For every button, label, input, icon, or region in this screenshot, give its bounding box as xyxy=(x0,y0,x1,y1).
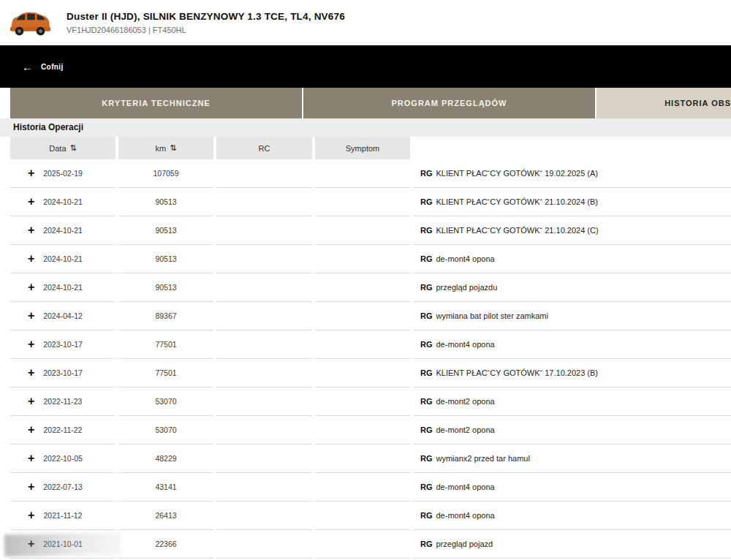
table-row: + 2021-10-01 22366 RG przegląd pojazd xyxy=(10,530,731,559)
row-description: RG de-mont2 opona xyxy=(413,416,731,444)
column-header-km[interactable]: km ⇅ xyxy=(118,137,213,159)
table-row: + 2022-07-13 43141 RG de-mont4 opona xyxy=(10,473,731,502)
car-photo-icon xyxy=(7,7,53,38)
row-symptom xyxy=(315,159,410,188)
row-rc xyxy=(216,473,312,502)
sort-icon[interactable]: ⇅ xyxy=(70,144,77,152)
row-date: 2022-07-13 xyxy=(43,483,83,491)
row-rc xyxy=(216,216,312,245)
row-tag: RG xyxy=(420,169,433,178)
expand-row-button[interactable]: + xyxy=(28,509,34,522)
row-description: RG wymiana bat pilot ster zamkami xyxy=(413,302,731,330)
date-cell: + 2021-11-12 xyxy=(10,502,115,530)
row-tag: RG xyxy=(420,197,433,206)
table-row: + 2024-10-21 90513 RG KLIENT PŁAC˘CY GOT… xyxy=(10,216,731,245)
row-desc-text: de-mont4 opona xyxy=(436,254,495,263)
row-date: 2021-11-12 xyxy=(44,511,83,520)
row-rc xyxy=(216,416,312,444)
row-desc-text: de-mont4 opona xyxy=(436,483,495,491)
table-row: + 2022-10-05 48229 RG wymianx2 przed tar… xyxy=(10,444,731,473)
history-table: Data ⇅ km ⇅ RC Symptom + 2025-02-19 1070… xyxy=(10,137,731,559)
row-description: RG KLIENT PŁAC˘CY GOTÓWK˘ 21.10.2024 (B) xyxy=(413,188,731,216)
row-description: RG de-mont4 opona xyxy=(413,330,731,359)
row-description: RG wymianx2 przed tar hamul xyxy=(413,444,731,473)
row-date: 2022-10-05 xyxy=(43,454,83,463)
date-cell: + 2022-11-22 xyxy=(10,416,115,444)
row-km: 90513 xyxy=(118,245,213,273)
row-description: RG de-mont4 opona xyxy=(413,473,731,502)
row-symptom xyxy=(315,416,410,444)
date-cell: + 2021-10-01 xyxy=(10,530,115,559)
row-symptom xyxy=(315,302,410,330)
date-cell: + 2022-07-13 xyxy=(10,473,115,502)
row-symptom xyxy=(315,359,410,387)
row-km: 43141 xyxy=(118,473,213,502)
table-row: + 2025-02-19 107059 RG KLIENT PŁAC˘CY GO… xyxy=(10,159,731,188)
row-rc xyxy=(216,530,312,559)
expand-row-button[interactable]: + xyxy=(28,537,34,550)
row-desc-text: KLIENT PŁAC˘CY GOTÓWK˘ 19.02.2025 (A) xyxy=(436,169,599,178)
expand-row-button[interactable]: + xyxy=(28,195,34,208)
column-header-rc: RC xyxy=(216,137,312,159)
date-cell: + 2025-02-19 xyxy=(10,159,115,188)
expand-row-button[interactable]: + xyxy=(28,480,34,493)
tab-program-przegladow[interactable]: PROGRAM PRZEGLĄDÓW xyxy=(303,88,595,118)
expand-row-button[interactable]: + xyxy=(28,281,34,294)
row-description: RG de-mont2 opona xyxy=(413,387,731,416)
row-km: 107059 xyxy=(118,159,213,188)
date-cell: + 2024-10-21 xyxy=(10,188,115,216)
row-tag: RG xyxy=(420,425,433,434)
expand-row-button[interactable]: + xyxy=(28,224,34,237)
row-date: 2024-10-21 xyxy=(43,226,83,235)
row-desc-text: KLIENT PŁAC˘CY GOTÓWK˘ 17.10.2023 (B) xyxy=(436,368,599,377)
row-km: 90513 xyxy=(118,188,213,216)
date-cell: + 2024-04-12 xyxy=(10,302,115,330)
table-header-row: Data ⇅ km ⇅ RC Symptom xyxy=(10,137,731,159)
row-desc-text: de-mont2 opona xyxy=(436,397,495,406)
row-date: 2024-04-12 xyxy=(43,311,83,320)
tab-kryteria-techniczne[interactable]: KRYTERIA TECHNICZNE xyxy=(10,88,302,118)
expand-row-button[interactable]: + xyxy=(28,423,34,436)
row-description: RG de-mont4 opona xyxy=(413,502,731,530)
row-km: 53070 xyxy=(118,387,213,416)
row-date: 2024-10-21 xyxy=(43,283,83,292)
row-km: 53070 xyxy=(118,416,213,444)
table-row: + 2024-10-21 90513 RG przegląd pojazdu xyxy=(10,273,731,302)
row-km: 48229 xyxy=(118,444,213,473)
expand-row-button[interactable]: + xyxy=(28,309,34,322)
tab-historia-obslugi[interactable]: HISTORIA OBS xyxy=(596,88,731,118)
row-tag: RG xyxy=(420,368,433,377)
row-tag: RG xyxy=(420,340,433,349)
row-symptom xyxy=(315,387,410,416)
date-cell: + 2023-10-17 xyxy=(10,330,115,359)
row-rc xyxy=(216,159,312,188)
row-desc-text: KLIENT PŁAC˘CY GOTÓWK˘ 21.10.2024 (C) xyxy=(436,226,599,235)
back-button[interactable]: ← Cofnij xyxy=(22,61,64,72)
row-rc xyxy=(216,273,312,302)
row-km: 89367 xyxy=(118,302,213,330)
table-row: + 2023-10-17 77501 RG KLIENT PŁAC˘CY GOT… xyxy=(10,359,731,387)
expand-row-button[interactable]: + xyxy=(28,452,34,465)
expand-row-button[interactable]: + xyxy=(28,395,34,408)
table-row: + 2021-11-12 26413 RG de-mont4 opona xyxy=(10,502,731,530)
row-km: 77501 xyxy=(118,359,213,387)
row-rc xyxy=(216,188,312,216)
expand-row-button[interactable]: + xyxy=(28,252,34,265)
row-desc-text: de-mont4 opona xyxy=(436,511,495,520)
date-cell: + 2023-10-17 xyxy=(10,359,115,387)
date-cell: + 2022-11-23 xyxy=(10,387,115,416)
column-header-data[interactable]: Data ⇅ xyxy=(10,137,115,159)
row-rc xyxy=(216,502,312,530)
row-tag: RG xyxy=(420,483,433,491)
expand-row-button[interactable]: + xyxy=(28,167,34,180)
expand-row-button[interactable]: + xyxy=(28,338,34,351)
row-desc-text: przegląd pojazd xyxy=(436,540,493,548)
row-desc-text: przegląd pojazdu xyxy=(436,283,498,292)
row-description: RG KLIENT PŁAC˘CY GOTÓWK˘ 21.10.2024 (C) xyxy=(413,216,731,245)
date-cell: + 2024-10-21 xyxy=(10,216,115,245)
expand-row-button[interactable]: + xyxy=(28,366,34,379)
sort-icon[interactable]: ⇅ xyxy=(170,144,176,152)
row-desc-text: KLIENT PŁAC˘CY GOTÓWK˘ 21.10.2024 (B) xyxy=(436,197,599,206)
table-row: + 2022-11-23 53070 RG de-mont2 opona xyxy=(10,387,731,416)
row-desc-text: wymianx2 przed tar hamul xyxy=(436,454,530,463)
